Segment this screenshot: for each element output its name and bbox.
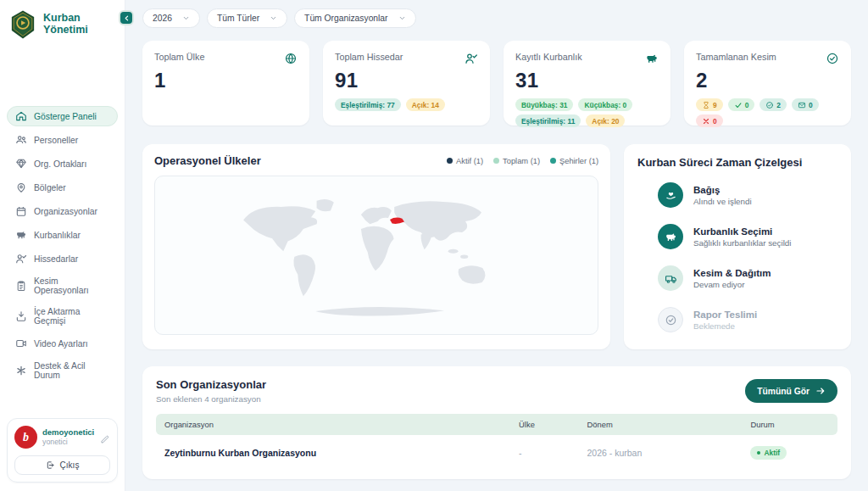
stat-card: Tamamlanan Kesim 2 9 0 [684,41,851,126]
user-card: b demoyonetici yonetici Çıkış [7,418,118,483]
cow-icon [15,229,27,241]
cow-icon [645,52,659,65]
recent-organizations-panel: Son Organizasyonlar Son eklenen 4 organi… [142,366,851,479]
handshake-icon [15,158,27,170]
stat-value: 1 [154,69,298,92]
map-legend: Aktif (1) Toplam (1) Şehirler (1) [447,157,598,165]
sidebar-item[interactable]: Org. Ortakları [7,153,118,174]
middle-row: Operasyonel Ülkeler Aktif (1) Toplam (1)… [142,144,851,349]
timeline-step: Kurbanlık Seçimi Sağlıklı kurbanlıklar s… [658,224,837,249]
status-badge: Aktif [750,446,787,460]
support-icon [15,365,27,377]
stat-value: 2 [696,69,839,92]
org-country-cell: - [510,435,578,471]
col-header-organization: Organizasyon [156,414,510,435]
map-pin-icon [15,181,27,193]
stat-value: 91 [335,69,478,92]
col-header-status: Durum [742,414,837,435]
stats-row: Toplam Ülke 1 Toplam Hissedar 91 [142,41,851,126]
stat-badge: Açık: 20 [586,114,625,127]
chevron-left-icon [123,14,131,22]
home-icon [15,110,27,122]
user-check-icon [15,253,27,265]
timeline-step-subtitle: Beklemede [693,321,757,331]
sidebar-item[interactable]: İçe Aktarma Geçmişi [7,303,118,330]
view-all-button[interactable]: Tümünü Gör [745,379,837,403]
timeline-step-title: Kesim & Dağıtım [693,268,771,278]
user-role: yonetici [42,438,94,447]
stat-label: Toplam Hissedar [335,52,403,62]
stat-value: 31 [515,69,659,92]
main-content: 2026 Tüm Türler Tüm Organizasyonlar Topl… [125,0,868,491]
stat-label: Kayıtlı Kurbanlık [515,52,582,62]
legend-item: Şehirler (1) [550,157,598,165]
timeline-step-title: Rapor Teslimi [693,310,757,320]
mail-icon [798,101,806,109]
check-circle-icon [826,52,839,65]
sidebar-item[interactable]: Kurbanlıklar [7,225,118,245]
sidebar-item-label: Gösterge Paneli [34,112,97,121]
stat-card: Toplam Hissedar 91 Eşleştirilmiş: 77 Açı… [323,41,490,126]
process-timeline-panel: Kurban Süreci Zaman Çizelgesi Bağış Alın… [624,144,851,349]
logout-button[interactable]: Çıkış [14,455,110,475]
sidebar: Kurban Yönetimi Gösterge Paneli Personel… [0,0,125,491]
timeline-title: Kurban Süreci Zaman Çizelgesi [637,156,837,169]
globe-icon [284,52,298,65]
clipboard-icon [15,280,27,292]
sidebar-item[interactable]: Hissedarlar [7,248,118,269]
table-row[interactable]: Zeytinburnu Kurban Organizasyonu - 2026 … [156,435,837,471]
org-period-cell: 2026 - kurban [578,435,742,471]
stat-label: Tamamlanan Kesim [696,52,776,62]
donation-icon [658,182,683,208]
org-name-cell: Zeytinburnu Kurban Organizasyonu [156,435,510,471]
filter-dropdown[interactable]: 2026 [142,8,200,28]
logout-label: Çıkış [60,460,80,470]
orgs-title: Son Organizasyonlar [156,378,266,391]
sidebar-item[interactable]: Bölgeler [7,177,118,198]
sidebar-item-label: Personeller [34,136,78,145]
users-icon [15,134,27,146]
filter-dropdown[interactable]: Tüm Türler [207,8,287,28]
sidebar-item[interactable]: Personeller [7,130,118,150]
legend-item: Toplam (1) [493,157,540,165]
sidebar-item-label: Bölgeler [34,183,66,192]
organizations-table: Organizasyon Ülke Dönem Durum Zeytinburn… [156,414,837,471]
sidebar-item-label: İçe Aktarma Geçmişi [34,307,109,326]
stat-card: Kayıtlı Kurbanlık 31 Büyükbaş: 31 Küçükb… [504,41,670,126]
legend-dot [493,158,499,164]
check-circle-icon [658,307,683,332]
stat-badge: 0 [728,98,755,111]
import-icon [15,310,27,322]
truck-icon [658,265,683,291]
calendar-icon [15,205,27,217]
orgs-subtitle: Son eklenen 4 organizasyon [156,394,266,404]
stat-badge: Küçükbaş: 0 [578,98,632,111]
sidebar-item[interactable]: Organizasyonlar [7,201,118,221]
world-map-svg [231,186,523,325]
sidebar-item[interactable]: Destek & Acil Durum [7,357,118,384]
timeline-step-subtitle: Sağlıklı kurbanlıklar seçildi [693,238,791,248]
sidebar-item[interactable]: Gösterge Paneli [7,106,118,126]
x-icon [702,117,710,126]
user-name: demoyonetici [42,427,94,438]
sidebar-menu: Gösterge Paneli Personeller Org. Ortakla… [0,106,125,384]
sidebar-item-label: Organizasyonlar [34,207,97,216]
sidebar-collapse-button[interactable] [119,10,134,25]
stat-badge: Açık: 14 [406,98,445,111]
timeline-step-title: Bağış [693,185,752,195]
world-map [154,176,598,335]
sidebar-item[interactable]: Kesim Operasyonları [7,272,118,299]
stat-badge: 9 [696,98,723,111]
sidebar-item-label: Kesim Operasyonları [34,276,109,295]
filter-dropdown[interactable]: Tüm Organizasyonlar [294,8,415,28]
timeline-step: Rapor Teslimi Beklemede [658,307,837,332]
stat-label: Toplam Ülke [154,52,204,62]
stat-badge: 0 [696,114,723,127]
edit-profile-icon[interactable] [100,432,110,443]
col-header-country: Ülke [510,414,578,435]
stat-badge: Büyükbaş: 31 [515,98,573,111]
check-icon [734,101,743,109]
sidebar-item[interactable]: Video Ayarları [7,333,118,354]
cow-icon [658,224,683,249]
hourglass-icon [702,101,710,109]
